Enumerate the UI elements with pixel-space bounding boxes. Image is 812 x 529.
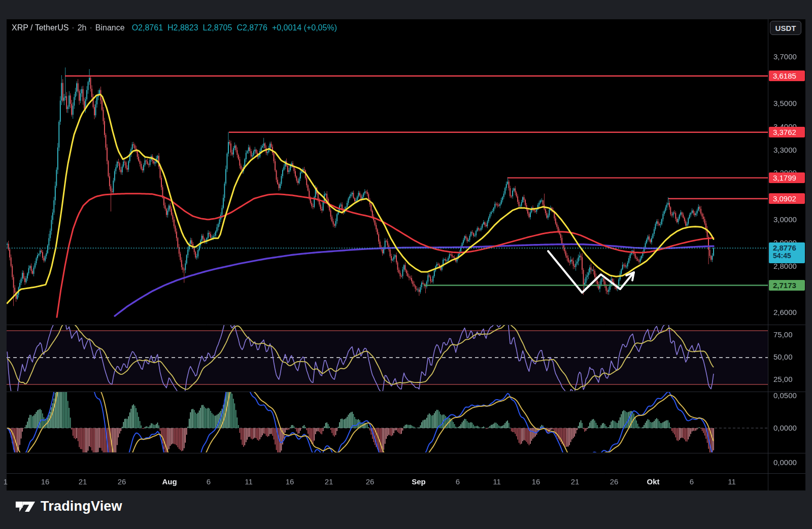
macd-tick: 0,0500 xyxy=(773,391,797,401)
ohlc-close-label: C xyxy=(236,23,243,32)
price-tick: 3,0000 xyxy=(773,215,797,225)
price-tick: 3,7000 xyxy=(773,52,797,62)
bar-countdown: 54:45 xyxy=(773,252,805,260)
symbol-legend: XRP / TetherUS·2h·BinanceO2,8761H2,8823L… xyxy=(12,23,337,32)
current-price-label: 2,877654:45 xyxy=(769,242,805,263)
ohlc-low-value: 2,8705 xyxy=(207,23,232,32)
rsi-tick: 50,00 xyxy=(773,352,793,362)
ohlc-high-value: 2,8823 xyxy=(174,23,198,32)
time-tick: 11 xyxy=(245,477,253,486)
time-tick: 6 xyxy=(690,477,694,486)
time-tick: 1 xyxy=(4,477,8,486)
tradingview-screenshot: BitbullTrading erstellt mit TradingView.… xyxy=(0,0,812,529)
time-tick: 16 xyxy=(532,477,540,486)
time-tick-month: Aug xyxy=(162,477,177,486)
tradingview-logo-text: TradingView xyxy=(41,499,122,514)
time-tick: 21 xyxy=(79,477,87,486)
empty-pane-tick: 0,0000 xyxy=(773,457,797,468)
resistance-price-label: 3,1799 xyxy=(769,172,805,183)
resistance-price-label: 3,0902 xyxy=(769,193,805,204)
price-tick: 3,5000 xyxy=(773,98,797,109)
exchange-label: Binance xyxy=(95,23,125,32)
tradingview-logo-icon xyxy=(15,498,36,515)
time-tick: 21 xyxy=(571,477,580,486)
rsi-tick: 25,00 xyxy=(773,374,793,384)
symbol-title[interactable]: XRP / TetherUS xyxy=(12,23,69,32)
ohlc-open-label: O xyxy=(132,23,138,32)
price-tick: 3,3000 xyxy=(773,145,797,155)
footer-bar: TradingView xyxy=(0,490,812,529)
separator-dot: · xyxy=(86,23,95,32)
currency-toggle-button[interactable]: USDT xyxy=(770,21,801,35)
rsi-tick: 75,00 xyxy=(773,330,793,340)
resistance-price-label: 3,3762 xyxy=(769,127,805,137)
time-tick: 6 xyxy=(207,477,211,486)
time-tick: 26 xyxy=(366,477,375,486)
time-tick-month: Okt xyxy=(647,477,659,486)
support-price-label: 2,7173 xyxy=(769,280,805,291)
time-tick: 26 xyxy=(118,477,126,486)
time-tick: 11 xyxy=(493,477,501,486)
interval-label[interactable]: 2h xyxy=(78,23,87,32)
ohlc-close-value: 2,8776 xyxy=(243,23,267,32)
price-chart-canvas[interactable] xyxy=(0,0,812,529)
time-tick: 16 xyxy=(286,477,294,486)
ohlc-high-label: H xyxy=(167,23,174,32)
ohlc-open-value: 2,8761 xyxy=(138,23,163,32)
time-tick: 26 xyxy=(610,477,619,486)
current-price-value: 2,8776 xyxy=(773,243,796,252)
macd-tick: 0,0000 xyxy=(773,423,797,433)
tradingview-brand[interactable]: TradingView xyxy=(15,498,122,515)
resistance-price-label: 3,6185 xyxy=(769,70,805,81)
time-tick: 16 xyxy=(41,477,50,486)
time-tick-month: Sep xyxy=(412,477,426,486)
time-tick: 11 xyxy=(728,477,736,486)
separator-dot: · xyxy=(69,23,77,32)
price-tick: 2,6000 xyxy=(773,307,797,318)
time-tick: 21 xyxy=(325,477,333,486)
change-value: +0,0014 (+0,05%) xyxy=(272,23,337,32)
chart-area: XRP / TetherUS·2h·BinanceO2,8761H2,8823L… xyxy=(0,0,812,529)
time-tick: 6 xyxy=(456,477,460,486)
